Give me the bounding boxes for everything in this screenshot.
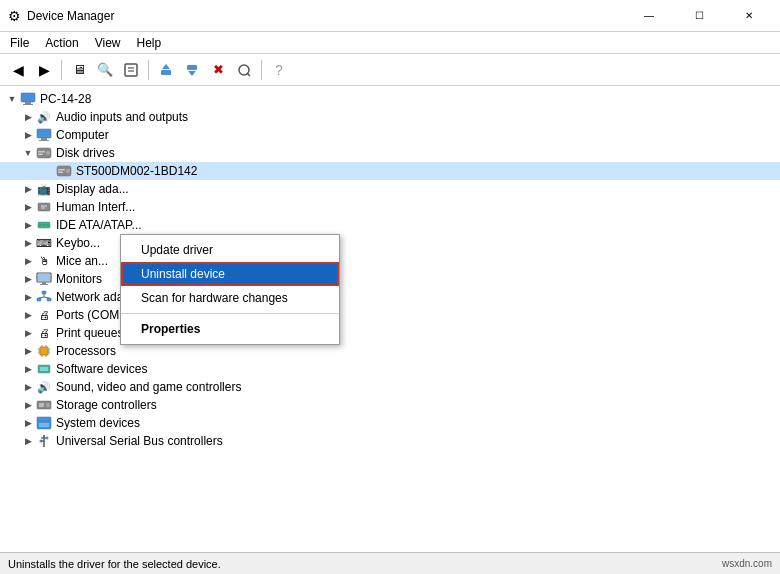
ports-expander[interactable]: ▶ bbox=[20, 307, 36, 323]
svg-rect-52 bbox=[40, 367, 48, 371]
usb-label: Universal Serial Bus controllers bbox=[56, 434, 223, 448]
system-expander[interactable]: ▶ bbox=[20, 415, 36, 431]
svg-point-16 bbox=[46, 151, 50, 155]
status-bar: Uninstalls the driver for the selected d… bbox=[0, 552, 780, 574]
svg-rect-23 bbox=[38, 203, 50, 211]
ctx-scan-label: Scan for hardware changes bbox=[141, 291, 288, 305]
tree-item-sound[interactable]: ▶ 🔊 Sound, video and game controllers bbox=[0, 378, 780, 396]
system-icon bbox=[36, 415, 52, 431]
tree-item-ports[interactable]: ▶ 🖨 Ports (COM & LPT) bbox=[0, 306, 780, 324]
processors-label: Processors bbox=[56, 344, 116, 358]
tree-item-software[interactable]: ▶ Software devices bbox=[0, 360, 780, 378]
device-tree[interactable]: ▼ PC-14-28 ▶ 🔊 Audio inputs and outputs … bbox=[0, 86, 780, 552]
menu-action[interactable]: Action bbox=[39, 34, 84, 52]
storage-expander[interactable]: ▶ bbox=[20, 397, 36, 413]
svg-marker-4 bbox=[162, 64, 170, 69]
menu-help[interactable]: Help bbox=[131, 34, 168, 52]
status-right: wsxdn.com bbox=[722, 558, 772, 569]
ctx-uninstall-device[interactable]: Uninstall device bbox=[121, 262, 339, 286]
disk-expander[interactable]: ▼ bbox=[20, 145, 36, 161]
svg-rect-36 bbox=[47, 298, 51, 301]
svg-rect-11 bbox=[23, 104, 33, 105]
help-button[interactable]: ? bbox=[267, 58, 291, 82]
computer-icon-button[interactable]: 🖥 bbox=[67, 58, 91, 82]
uninstall-button[interactable]: ✖ bbox=[206, 58, 230, 82]
monitors-expander[interactable]: ▶ bbox=[20, 271, 36, 287]
tree-item-print[interactable]: ▶ 🖨 Print queues bbox=[0, 324, 780, 342]
audio-label: Audio inputs and outputs bbox=[56, 110, 188, 124]
ide-expander[interactable]: ▶ bbox=[20, 217, 36, 233]
ctx-properties[interactable]: Properties bbox=[121, 317, 339, 341]
keyboard-icon: ⌨ bbox=[36, 235, 52, 251]
tree-item-disk[interactable]: ▼ Disk drives bbox=[0, 144, 780, 162]
system-label: System devices bbox=[56, 416, 140, 430]
processors-expander[interactable]: ▶ bbox=[20, 343, 36, 359]
st500-label: ST500DM002-1BD142 bbox=[76, 164, 197, 178]
svg-point-28 bbox=[43, 224, 46, 227]
keyboard-label: Keybo... bbox=[56, 236, 100, 250]
ctx-scan-hardware[interactable]: Scan for hardware changes bbox=[121, 286, 339, 310]
svg-rect-9 bbox=[21, 93, 35, 102]
tree-item-usb[interactable]: ▶ Universal Serial Bus controllers bbox=[0, 432, 780, 450]
tree-item-computer[interactable]: ▶ Computer bbox=[0, 126, 780, 144]
ctx-update-driver[interactable]: Update driver bbox=[121, 238, 339, 262]
disk-icon bbox=[36, 145, 52, 161]
tree-item-audio[interactable]: ▶ 🔊 Audio inputs and outputs bbox=[0, 108, 780, 126]
root-expander[interactable]: ▼ bbox=[4, 91, 20, 107]
maximize-button[interactable]: ☐ bbox=[676, 6, 722, 26]
minimize-button[interactable]: — bbox=[626, 6, 672, 26]
svg-rect-21 bbox=[58, 169, 65, 171]
tree-item-ide[interactable]: ▶ IDE ATA/ATAP... bbox=[0, 216, 780, 234]
network-icon bbox=[36, 289, 52, 305]
menu-bar: File Action View Help bbox=[0, 32, 780, 54]
menu-view[interactable]: View bbox=[89, 34, 127, 52]
storage-icon bbox=[36, 397, 52, 413]
close-button[interactable]: ✕ bbox=[726, 6, 772, 26]
update-driver-button[interactable] bbox=[154, 58, 178, 82]
ide-icon bbox=[36, 217, 52, 233]
forward-button[interactable]: ▶ bbox=[32, 58, 56, 82]
root-label: PC-14-28 bbox=[40, 92, 91, 106]
computer-expander[interactable]: ▶ bbox=[20, 127, 36, 143]
scan-hardware-button[interactable] bbox=[232, 58, 256, 82]
monitors-label: Monitors bbox=[56, 272, 102, 286]
sound-expander[interactable]: ▶ bbox=[20, 379, 36, 395]
main-content: ▼ PC-14-28 ▶ 🔊 Audio inputs and outputs … bbox=[0, 86, 780, 552]
svg-rect-0 bbox=[125, 64, 137, 76]
svg-line-38 bbox=[39, 297, 44, 298]
tree-item-processors[interactable]: ▶ Processors bbox=[0, 342, 780, 360]
properties-button[interactable] bbox=[119, 58, 143, 82]
scan-button[interactable]: 🔍 bbox=[93, 58, 117, 82]
network-expander[interactable]: ▶ bbox=[20, 289, 36, 305]
svg-rect-14 bbox=[39, 140, 49, 141]
window-title: Device Manager bbox=[27, 9, 114, 23]
audio-expander[interactable]: ▶ bbox=[20, 109, 36, 125]
keyboard-expander[interactable]: ▶ bbox=[20, 235, 36, 251]
hid-expander[interactable]: ▶ bbox=[20, 199, 36, 215]
tree-root[interactable]: ▼ PC-14-28 bbox=[0, 90, 780, 108]
tree-item-system[interactable]: ▶ System devices bbox=[0, 414, 780, 432]
tree-item-monitors[interactable]: ▶ Monitors bbox=[0, 270, 780, 288]
usb-expander[interactable]: ▶ bbox=[20, 433, 36, 449]
toolbar-separator-1 bbox=[61, 60, 62, 80]
tree-item-network[interactable]: ▶ Network adapters bbox=[0, 288, 780, 306]
tree-item-keyboard[interactable]: ▶ ⌨ Keybo... bbox=[0, 234, 780, 252]
computer-icon bbox=[20, 91, 36, 107]
print-expander[interactable]: ▶ bbox=[20, 325, 36, 341]
tree-item-storage[interactable]: ▶ Storage controllers bbox=[0, 396, 780, 414]
audio-icon: 🔊 bbox=[36, 109, 52, 125]
title-bar: ⚙ Device Manager — ☐ ✕ bbox=[0, 0, 780, 32]
back-button[interactable]: ◀ bbox=[6, 58, 30, 82]
tree-item-display[interactable]: ▶ 📺 Display ada... bbox=[0, 180, 780, 198]
mice-expander[interactable]: ▶ bbox=[20, 253, 36, 269]
display-expander[interactable]: ▶ bbox=[20, 181, 36, 197]
svg-rect-10 bbox=[25, 102, 31, 104]
status-text: Uninstalls the driver for the selected d… bbox=[8, 558, 221, 570]
rollback-button[interactable] bbox=[180, 58, 204, 82]
tree-item-hid[interactable]: ▶ Human Interf... bbox=[0, 198, 780, 216]
software-expander[interactable]: ▶ bbox=[20, 361, 36, 377]
tree-item-mice[interactable]: ▶ 🖱 Mice an... bbox=[0, 252, 780, 270]
menu-file[interactable]: File bbox=[4, 34, 35, 52]
svg-rect-3 bbox=[161, 70, 171, 75]
tree-item-st500[interactable]: ▶ ST500DM002-1BD142 bbox=[0, 162, 780, 180]
